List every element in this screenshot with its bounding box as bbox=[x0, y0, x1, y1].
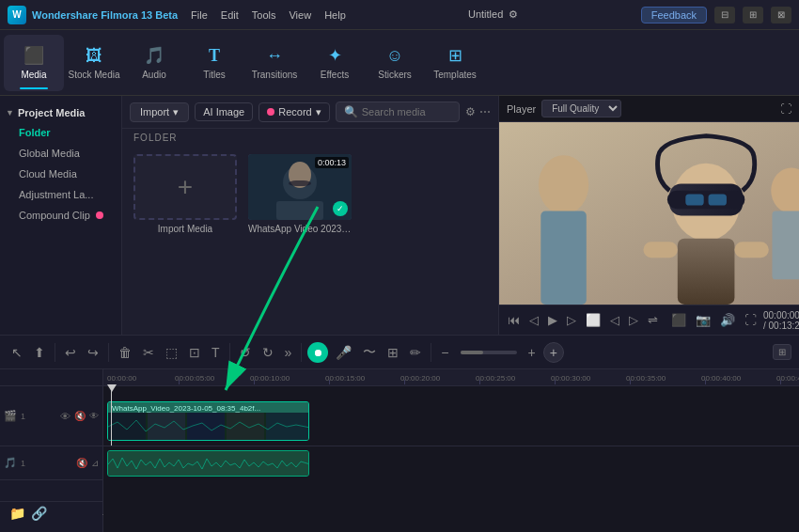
import-button[interactable]: Import ▾ bbox=[130, 102, 189, 122]
menu-file[interactable]: File bbox=[191, 9, 208, 21]
sidebar-item-adjustment-layer[interactable]: Adjustment La... bbox=[0, 184, 121, 205]
tl-undo-button[interactable]: ↩ bbox=[61, 343, 80, 362]
video-track-eye-icon[interactable]: 👁 bbox=[60, 411, 70, 422]
media-toolbar: Import ▾ AI Image Record ▾ 🔍 ⚙ ⋯ bbox=[122, 96, 498, 129]
tl-sep-4 bbox=[301, 343, 302, 362]
tl-record-button[interactable]: ⏺ bbox=[307, 342, 328, 363]
record-button[interactable]: Record ▾ bbox=[258, 102, 329, 122]
tl-pointer-tool[interactable]: ⬆ bbox=[30, 343, 49, 362]
tl-waveform-button[interactable]: 〜 bbox=[359, 342, 380, 363]
tl-sep-1 bbox=[55, 343, 55, 362]
time-mark-5: 00:00:05:00 bbox=[175, 374, 214, 383]
video-track-speaker-icon[interactable]: 🔇 bbox=[74, 411, 86, 421]
filter-icon[interactable]: ⚙ bbox=[465, 105, 476, 118]
volume-button[interactable]: 🔊 bbox=[717, 312, 738, 328]
audio-track-vol-icon[interactable]: ⊿ bbox=[91, 458, 99, 468]
tl-select-tool[interactable]: ↖ bbox=[8, 343, 26, 362]
ai-image-button[interactable]: AI Image bbox=[195, 102, 253, 121]
feedback-button[interactable]: Feedback bbox=[641, 7, 707, 23]
window-controls[interactable]: ⊟ ⊞ ⊠ bbox=[714, 7, 791, 23]
mark-in-button[interactable]: ◁ bbox=[607, 312, 622, 328]
record-dot-icon bbox=[267, 108, 274, 116]
track-area: 00:00:00 00:00:05:00 00:00:10:00 00:00:1… bbox=[103, 369, 799, 532]
mark-out-button[interactable]: ▷ bbox=[626, 312, 641, 328]
video-track-label: 🎬 1 👁 🔇 👁 bbox=[0, 386, 102, 446]
toolbar-transitions-label: Transitions bbox=[252, 70, 298, 80]
tl-text-button[interactable]: T bbox=[208, 343, 224, 362]
toolbar-item-titles[interactable]: T Titles bbox=[184, 35, 244, 91]
playhead[interactable] bbox=[111, 386, 112, 446]
video-track-lock-icon[interactable]: 👁 bbox=[89, 411, 99, 421]
tl-delete-button[interactable]: 🗑 bbox=[115, 343, 135, 362]
tl-sep-5 bbox=[431, 343, 431, 362]
tl-minus-button[interactable]: − bbox=[437, 343, 452, 362]
menu-tools[interactable]: Tools bbox=[252, 9, 276, 21]
audio-clip[interactable] bbox=[107, 450, 309, 477]
sidebar-item-cloud-media[interactable]: Cloud Media bbox=[0, 164, 121, 184]
audio-track-speaker-icon[interactable]: 🔇 bbox=[76, 458, 87, 468]
video-media-item[interactable]: 0:00:13 ✓ WhatsApp Video 2023-10-05... bbox=[248, 154, 352, 234]
menu-edit[interactable]: Edit bbox=[221, 9, 239, 21]
toolbar-item-audio[interactable]: 🎵 Audio bbox=[124, 35, 184, 91]
play-button[interactable]: ▶ bbox=[545, 312, 560, 328]
step-back-button[interactable]: ◁ bbox=[526, 312, 541, 328]
toolbar-item-media[interactable]: ⬛ Media bbox=[4, 35, 64, 91]
toolbar-item-stickers[interactable]: ☺ Stickers bbox=[365, 35, 425, 91]
close-button[interactable]: ⊠ bbox=[771, 7, 791, 23]
toolbar-media-label: Media bbox=[21, 70, 46, 80]
time-mark-40: 00:00:40:00 bbox=[701, 374, 741, 383]
video-track-row[interactable]: WhatsApp_Video_2023-10-05_08:35_4b2f... bbox=[103, 386, 799, 446]
search-box[interactable]: 🔍 bbox=[336, 102, 460, 122]
search-input[interactable] bbox=[362, 106, 451, 117]
sidebar: ▼ Project Media Folder Global Media Clou… bbox=[0, 96, 122, 335]
media-grid: + Import Media bbox=[122, 147, 498, 242]
tl-crop-button[interactable]: ⬚ bbox=[162, 343, 181, 362]
sidebar-header-project-media[interactable]: ▼ Project Media bbox=[0, 103, 121, 122]
tl-split-button[interactable]: ⊡ bbox=[185, 343, 204, 362]
sidebar-item-compound-clip[interactable]: Compound Clip bbox=[0, 205, 121, 226]
tl-redo-button[interactable]: ↪ bbox=[84, 343, 102, 362]
svg-rect-25 bbox=[108, 451, 309, 477]
step-forward-button[interactable]: ▷ bbox=[564, 312, 579, 328]
tl-rotate-right-button[interactable]: ↻ bbox=[258, 343, 277, 362]
more-options-icon[interactable]: ⋯ bbox=[479, 105, 491, 118]
menu-help[interactable]: Help bbox=[324, 9, 346, 21]
video-thumb[interactable]: 0:00:13 ✓ bbox=[248, 154, 352, 220]
toolbar-item-templates[interactable]: ⊞ Templates bbox=[425, 35, 485, 91]
toolbar-item-stock-media[interactable]: 🖼 Stock Media bbox=[64, 35, 124, 91]
minimize-button[interactable]: ⊟ bbox=[714, 7, 735, 23]
fullscreen-button-player[interactable]: ⛶ bbox=[742, 312, 760, 328]
sidebar-item-global-media[interactable]: Global Media bbox=[0, 143, 121, 164]
tl-cut-button[interactable]: ✂ bbox=[139, 343, 158, 362]
crop-button[interactable]: ⬜ bbox=[583, 312, 603, 328]
menu-view[interactable]: View bbox=[289, 9, 311, 21]
toolbar-stock-media-label: Stock Media bbox=[68, 70, 119, 80]
zoom-slider[interactable] bbox=[461, 351, 517, 354]
tl-rotate-left-button[interactable]: ↺ bbox=[236, 343, 255, 362]
quality-select[interactable]: Full Quality bbox=[541, 100, 621, 117]
tl-more-button[interactable]: » bbox=[281, 343, 296, 362]
import-dropdown-icon: ▾ bbox=[173, 106, 179, 118]
tl-mosaic-button[interactable]: ⊞ bbox=[384, 343, 402, 362]
sidebar-item-folder[interactable]: Folder bbox=[0, 122, 121, 143]
skip-back-button[interactable]: ⏮ bbox=[505, 312, 523, 328]
trim-button[interactable]: ⇌ bbox=[645, 312, 661, 328]
compound-clip-row: Compound Clip bbox=[19, 210, 112, 221]
video-clip[interactable]: WhatsApp_Video_2023-10-05_08:35_4b2f... bbox=[107, 401, 309, 441]
toolbar-item-transitions[interactable]: ↔ Transitions bbox=[244, 35, 305, 91]
camera-button[interactable]: 📷 bbox=[693, 312, 713, 328]
tl-audio-button[interactable]: 🎤 bbox=[332, 343, 355, 362]
tl-plus-button[interactable]: + bbox=[525, 343, 540, 362]
menu-bar[interactable]: File Edit Tools View Help bbox=[191, 9, 346, 21]
app-name: Wondershare Filmora 13 Beta bbox=[32, 9, 178, 21]
fullscreen-button[interactable]: ⊞ bbox=[743, 7, 763, 23]
tl-edit-button[interactable]: ✏ bbox=[406, 343, 425, 362]
import-media-thumb[interactable]: + bbox=[133, 154, 237, 220]
import-media-item[interactable]: + Import Media bbox=[133, 154, 237, 234]
player-expand-icon[interactable]: ⛶ bbox=[780, 102, 791, 116]
tl-add-track-button[interactable]: + bbox=[543, 342, 564, 363]
tl-grid-button[interactable]: ⊞ bbox=[773, 344, 791, 360]
audio-track-row[interactable] bbox=[103, 446, 799, 480]
toolbar-item-effects[interactable]: ✦ Effects bbox=[305, 35, 365, 91]
monitor-button[interactable]: ⬛ bbox=[668, 312, 689, 328]
